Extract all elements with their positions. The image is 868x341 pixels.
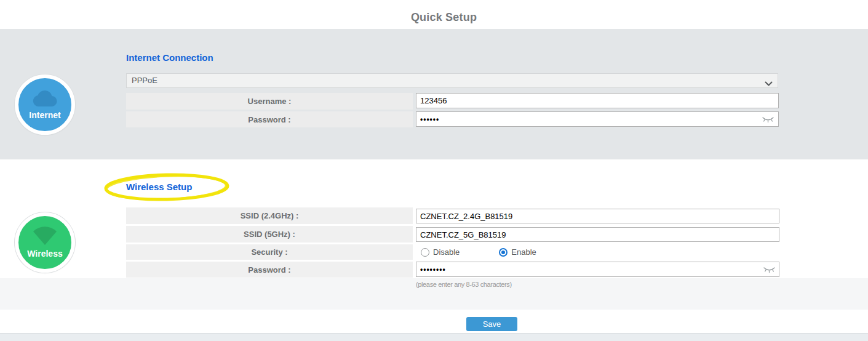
wireless-badge-label: Wireless <box>27 249 62 259</box>
chevron-down-icon <box>765 78 773 91</box>
eye-closed-icon[interactable] <box>762 115 774 126</box>
password-input[interactable] <box>416 111 779 127</box>
security-disable-label[interactable]: Disable <box>433 247 460 257</box>
page-title: Quick Setup <box>0 11 868 24</box>
security-radio-group: Disable Enable <box>421 244 667 260</box>
ssid-24g-input[interactable] <box>416 209 779 223</box>
internet-connection-heading: Internet Connection <box>126 52 213 63</box>
security-label: Security : <box>126 244 413 260</box>
wireless-badge: Wireless <box>15 212 75 273</box>
footer-strip <box>0 333 868 341</box>
connection-type-select[interactable]: PPPoE <box>126 73 778 88</box>
wireless-setup-heading: Wireless Setup <box>126 182 192 192</box>
ssid-5g-input[interactable] <box>416 227 779 242</box>
ssid-5g-label: SSID (5GHz) : <box>126 226 413 243</box>
ssid-24g-label: SSID (2.4GHz) : <box>126 207 413 224</box>
wifi-icon <box>31 227 59 247</box>
cloud-icon <box>31 90 58 109</box>
security-enable-label[interactable]: Enable <box>511 247 536 257</box>
wireless-password-input[interactable] <box>416 262 779 277</box>
wireless-password-label: Password : <box>126 262 413 278</box>
security-disable-radio[interactable] <box>421 248 429 257</box>
internet-badge: Internet <box>15 74 75 135</box>
quick-setup-page: Quick Setup Internet Connection PPPoE Us… <box>0 0 868 341</box>
save-button[interactable]: Save <box>466 317 517 331</box>
username-input[interactable] <box>416 93 779 108</box>
eye-closed-icon[interactable] <box>763 265 776 276</box>
security-enable-radio[interactable] <box>499 248 508 257</box>
username-label: Username : <box>126 93 413 110</box>
connection-type-value: PPPoE <box>132 76 157 85</box>
internet-badge-label: Internet <box>29 110 60 120</box>
password-label: Password : <box>126 111 413 127</box>
password-hint: (please enter any 8-63 characters) <box>416 281 512 288</box>
save-bar <box>0 310 868 333</box>
